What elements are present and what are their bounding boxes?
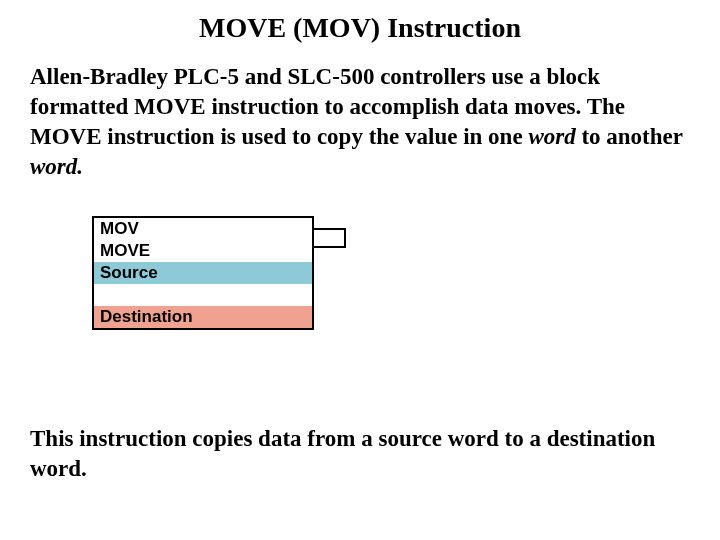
block-row-gap [94,284,312,306]
rung-connector-icon [312,228,348,252]
intro-word-1: word [528,124,575,149]
intro-word-2: word. [30,154,83,179]
slide-title: MOVE (MOV) Instruction [0,12,720,44]
block-row-source: Source [94,262,312,284]
instruction-block: MOV MOVE Source Destination [92,216,314,330]
intro-text-b: to another [576,124,683,149]
block-row-name: MOVE [94,240,312,262]
block-row-mnemonic: MOV [94,218,312,240]
block-row-destination: Destination [94,306,312,328]
intro-paragraph: Allen-Bradley PLC-5 and SLC-500 controll… [30,62,690,182]
summary-paragraph: This instruction copies data from a sour… [30,424,690,484]
